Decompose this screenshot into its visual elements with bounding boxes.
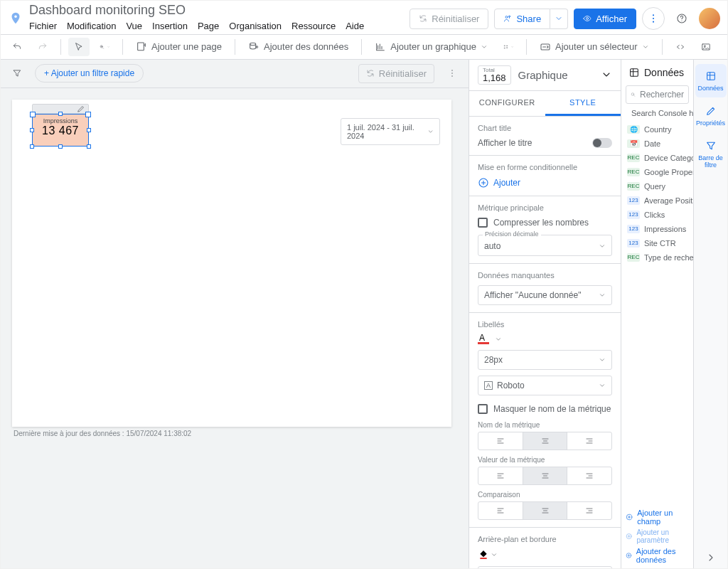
align-left[interactable] bbox=[478, 467, 523, 484]
share-dropdown[interactable] bbox=[550, 9, 568, 29]
add-page-button[interactable]: Ajouter une page bbox=[130, 38, 228, 56]
field-clicks[interactable]: 123Clicks bbox=[621, 208, 693, 222]
date-range-control[interactable]: 1 juil. 2024 - 31 juil. 2024 bbox=[341, 118, 440, 145]
align-right[interactable] bbox=[567, 467, 611, 484]
field-type-de-recherche[interactable]: RECType de recherche bbox=[621, 250, 693, 265]
svg-point-4 bbox=[653, 18, 654, 19]
align-left[interactable] bbox=[478, 502, 523, 519]
add-control-label: Ajouter un sélecteur bbox=[555, 41, 638, 52]
image-button[interactable] bbox=[695, 38, 717, 56]
community-viz-button[interactable] bbox=[498, 38, 519, 56]
pencil-icon bbox=[77, 105, 85, 113]
rail-filterbar[interactable]: Barre de filtre bbox=[695, 134, 727, 174]
missing-data-select[interactable]: Afficher "Aucune donnée" bbox=[478, 285, 612, 305]
tab-configurer[interactable]: CONFIGURER bbox=[469, 91, 545, 116]
embed-button[interactable] bbox=[670, 38, 691, 56]
field-type-badge: 123 bbox=[627, 211, 640, 219]
align-center[interactable] bbox=[523, 467, 567, 484]
font-family-select[interactable]: ARoboto bbox=[478, 376, 612, 395]
field-type-badge: 🌐 bbox=[627, 125, 640, 134]
add-data-link[interactable]: Ajouter des données bbox=[626, 547, 689, 564]
rail-collapse[interactable] bbox=[695, 547, 727, 568]
menu-fichier[interactable]: Fichier bbox=[29, 21, 57, 31]
svg-point-24 bbox=[451, 70, 453, 71]
doc-title[interactable]: Dashboard monitoring SEO bbox=[29, 4, 404, 18]
add-quick-filter[interactable]: + Ajouter un filtre rapide bbox=[35, 64, 144, 83]
data-source-item[interactable]: Search Console https:… bbox=[621, 104, 693, 122]
text-button[interactable] bbox=[721, 38, 728, 56]
field-device-category[interactable]: RECDevice Category bbox=[621, 151, 693, 165]
total-value: 1,168 bbox=[483, 73, 506, 83]
chevron-down-icon[interactable] bbox=[495, 336, 502, 343]
svg-point-7 bbox=[681, 21, 682, 21]
field-average-position[interactable]: 123Average Position bbox=[621, 193, 693, 208]
chart-type-indicator[interactable]: Total 1,168 bbox=[478, 65, 511, 85]
add-data-button[interactable]: Ajouter des données bbox=[242, 38, 354, 56]
compress-numbers-checkbox[interactable] bbox=[478, 218, 488, 228]
search-icon bbox=[631, 90, 636, 99]
undo-button[interactable] bbox=[6, 38, 28, 56]
font-icon: A bbox=[484, 381, 493, 390]
field-google-property[interactable]: RECGoogle Property bbox=[621, 165, 693, 179]
data-search-input[interactable]: Rechercher bbox=[626, 85, 689, 104]
zoom-tool[interactable] bbox=[94, 38, 115, 56]
view-button[interactable]: Afficher bbox=[574, 9, 636, 29]
filter-more[interactable] bbox=[441, 64, 463, 83]
chevron-down-icon[interactable] bbox=[491, 551, 498, 558]
align-center[interactable] bbox=[523, 502, 567, 519]
field-label: Device Category bbox=[644, 154, 693, 162]
hide-metric-name-checkbox[interactable] bbox=[478, 404, 488, 414]
inspector-title: Graphique bbox=[518, 69, 594, 81]
field-type-badge: 123 bbox=[627, 225, 640, 233]
add-cond-format[interactable]: Ajouter bbox=[478, 177, 612, 188]
share-button[interactable]: Share bbox=[494, 9, 550, 29]
filter-icon[interactable] bbox=[6, 64, 28, 83]
field-site-ctr[interactable]: 123Site CTR bbox=[621, 236, 693, 250]
decimal-precision-value[interactable]: auto bbox=[484, 241, 500, 251]
font-size-select[interactable]: 28px bbox=[478, 350, 612, 370]
field-country[interactable]: 🌐Country bbox=[621, 122, 693, 137]
border-width-select[interactable]: 0 bbox=[478, 566, 612, 568]
field-impressions[interactable]: 123Impressions bbox=[621, 222, 693, 236]
align-left[interactable] bbox=[478, 432, 523, 450]
more-options[interactable] bbox=[642, 7, 665, 30]
tab-style[interactable]: STYLE bbox=[545, 91, 621, 116]
svg-point-0 bbox=[505, 16, 508, 18]
chevron-down-icon[interactable] bbox=[599, 243, 606, 250]
menu-modification[interactable]: Modification bbox=[67, 21, 116, 31]
reset-button[interactable]: Réinitialiser bbox=[410, 9, 488, 29]
rail-properties[interactable]: Propriétés bbox=[695, 99, 727, 132]
menu-ressource[interactable]: Ressource bbox=[291, 21, 336, 31]
fill-color-icon[interactable] bbox=[478, 549, 489, 560]
font-color-picker[interactable] bbox=[478, 334, 489, 344]
add-param-link[interactable]: Ajouter un paramètre bbox=[626, 528, 689, 544]
menu-vue[interactable]: Vue bbox=[126, 21, 142, 31]
add-control-button[interactable]: Ajouter un sélecteur bbox=[534, 38, 655, 56]
report-page[interactable]: Impressions 13 467 1 juil. 2024 - 31 jui… bbox=[12, 100, 451, 427]
menu-aide[interactable]: Aide bbox=[346, 21, 364, 31]
reset-filters-button[interactable]: Réinitialiser bbox=[358, 64, 434, 83]
show-title-label: Afficher le titre bbox=[478, 138, 532, 148]
help-button[interactable] bbox=[670, 7, 693, 30]
scorecard-chart[interactable]: Impressions 13 467 bbox=[32, 114, 89, 147]
add-field-link[interactable]: Ajouter un champ bbox=[626, 509, 689, 526]
redo-button[interactable] bbox=[32, 38, 53, 56]
menu-organisation[interactable]: Organisation bbox=[229, 21, 282, 31]
align-right[interactable] bbox=[567, 432, 611, 450]
show-title-toggle[interactable] bbox=[592, 138, 612, 148]
menu-insertion[interactable]: Insertion bbox=[152, 21, 188, 31]
select-tool[interactable] bbox=[68, 38, 90, 56]
align-right[interactable] bbox=[567, 502, 611, 519]
user-avatar[interactable] bbox=[699, 8, 720, 29]
field-date[interactable]: 📅Date bbox=[621, 137, 693, 151]
separator bbox=[361, 39, 362, 55]
rail-data[interactable]: Données bbox=[695, 64, 727, 97]
chevron-down-icon bbox=[599, 382, 606, 389]
align-center[interactable] bbox=[523, 432, 567, 450]
field-query[interactable]: RECQuery bbox=[621, 179, 693, 193]
add-chart-button[interactable]: Ajouter un graphique bbox=[369, 38, 493, 56]
chevron-down-icon[interactable] bbox=[601, 69, 612, 80]
hide-metric-name-label: Masquer le nom de la métrique bbox=[493, 404, 611, 414]
menu-page[interactable]: Page bbox=[198, 21, 219, 31]
separator bbox=[122, 39, 123, 55]
